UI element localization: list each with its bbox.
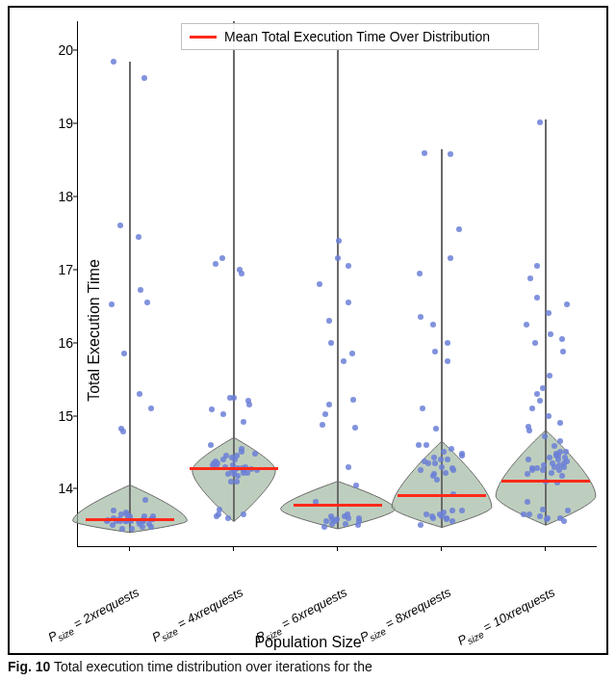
data-point [352, 425, 358, 431]
data-point [416, 442, 422, 448]
data-point [540, 507, 546, 512]
data-point [343, 521, 348, 527]
data-point [529, 465, 535, 471]
y-tick-mark [73, 415, 77, 416]
data-point [449, 465, 455, 471]
data-point [356, 515, 362, 521]
data-point [537, 119, 543, 125]
data-point [320, 422, 325, 428]
legend-label: Mean Total Execution Time Over Distribut… [224, 29, 490, 44]
legend-swatch-mean-line [190, 36, 217, 39]
data-point [346, 464, 351, 470]
data-point [456, 226, 462, 232]
data-point [326, 318, 332, 324]
data-point [234, 453, 240, 458]
data-point [525, 471, 530, 477]
mean-bar [190, 467, 278, 470]
data-point [560, 349, 566, 354]
data-point [418, 314, 424, 320]
data-point [317, 281, 322, 287]
data-point [349, 351, 355, 356]
data-point [231, 395, 237, 401]
data-point [546, 413, 552, 419]
data-point [208, 442, 214, 448]
data-point [547, 373, 552, 379]
data-point [225, 515, 231, 521]
data-point [443, 470, 449, 476]
data-point [137, 391, 142, 397]
data-point [549, 470, 554, 476]
data-point [148, 406, 154, 411]
data-point [524, 322, 529, 327]
y-tick-label: 17 [10, 262, 73, 277]
data-point [564, 301, 570, 307]
y-axis-label: Total Execution Time [86, 259, 103, 402]
violin-stem [337, 43, 339, 529]
x-axis-label: Population Size [10, 634, 606, 651]
x-tick-mark [233, 547, 234, 551]
data-point [121, 351, 127, 356]
data-point [532, 340, 538, 346]
data-point [444, 515, 449, 521]
y-tick-mark [73, 196, 77, 197]
data-point [557, 515, 563, 521]
data-point [346, 300, 351, 305]
data-point [111, 59, 116, 65]
data-point [529, 406, 535, 411]
data-point [534, 295, 540, 301]
data-point [526, 424, 531, 430]
chart-figure: Mean Total Execution Time Over Distribut… [8, 6, 608, 655]
legend: Mean Total Execution Time Over Distribut… [181, 23, 539, 50]
data-point [432, 349, 438, 354]
y-tick-mark [73, 123, 77, 124]
data-point [217, 507, 222, 512]
caption-prefix: Fig. 10 [8, 659, 50, 674]
y-tick-label: 19 [10, 116, 73, 131]
data-point [521, 511, 526, 517]
data-point [424, 442, 429, 448]
data-point [548, 331, 553, 337]
data-point [109, 301, 115, 307]
x-tick-mark [337, 547, 338, 551]
x-tick-mark [545, 547, 546, 551]
data-point [557, 438, 563, 444]
y-tick-label: 15 [10, 408, 73, 424]
y-tick-mark [73, 269, 77, 270]
data-point [552, 443, 557, 449]
data-point [429, 513, 435, 519]
y-tick-mark [73, 488, 77, 489]
x-tick-mark [129, 547, 130, 551]
data-point [328, 340, 334, 346]
data-point [321, 524, 327, 530]
y-tick-mark [73, 50, 77, 51]
data-point [144, 300, 150, 305]
data-point [438, 457, 444, 462]
y-tick-label: 14 [10, 481, 73, 496]
violin-stem [233, 21, 235, 521]
data-point [417, 271, 423, 276]
data-point [559, 336, 565, 342]
data-point [213, 261, 218, 267]
data-point [123, 510, 129, 515]
x-tick-mark [441, 547, 442, 551]
data-point [245, 398, 251, 404]
mean-bar [294, 504, 382, 507]
plot-area [77, 21, 597, 547]
data-point [445, 457, 450, 462]
mean-bar [86, 518, 174, 521]
data-point [439, 464, 445, 470]
data-point [228, 479, 234, 485]
y-tick-label: 16 [10, 335, 73, 351]
data-point [111, 508, 116, 513]
data-point [345, 511, 350, 517]
data-point [459, 451, 465, 457]
data-point [142, 497, 148, 503]
violin-stem [129, 62, 131, 533]
data-point [213, 458, 218, 464]
data-point [422, 458, 427, 464]
y-tick-mark [73, 342, 77, 343]
caption-text: Total execution time distribution over i… [50, 659, 372, 674]
data-point [422, 150, 427, 156]
data-point [241, 419, 246, 425]
mean-bar [501, 480, 590, 483]
